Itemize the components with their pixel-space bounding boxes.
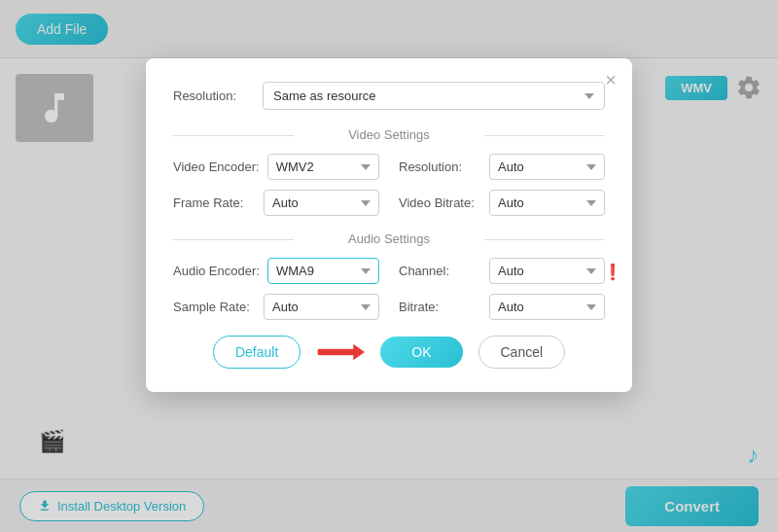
frame-rate-label: Frame Rate: bbox=[173, 195, 256, 210]
bitrate-row: Bitrate: Auto bbox=[399, 294, 605, 320]
arrow-right-icon bbox=[316, 337, 365, 367]
resolution-right-row: Resolution: Auto bbox=[399, 154, 605, 180]
video-bitrate-label: Video Bitrate: bbox=[399, 195, 481, 210]
audio-settings-grid: Audio Encoder: WMA9 WMA8 Channel: Auto M… bbox=[173, 258, 605, 320]
resolution-right-label: Resolution: bbox=[399, 160, 481, 174]
channel-select[interactable]: Auto Mono Stereo bbox=[489, 258, 605, 284]
modal-actions: Default OK Cancel bbox=[173, 336, 605, 369]
ok-button[interactable]: OK bbox=[380, 337, 462, 368]
audio-encoder-select[interactable]: WMA9 WMA8 bbox=[267, 258, 379, 284]
channel-row: Channel: Auto Mono Stereo ❗ bbox=[399, 258, 605, 284]
settings-modal: × Resolution: Same as resource 1920x1080… bbox=[146, 58, 632, 392]
modal-overlay: × Resolution: Same as resource 1920x1080… bbox=[0, 0, 778, 532]
frame-rate-row: Frame Rate: Auto bbox=[173, 190, 379, 216]
cancel-button[interactable]: Cancel bbox=[478, 336, 566, 369]
frame-rate-select[interactable]: Auto bbox=[264, 190, 379, 216]
audio-encoder-row: Audio Encoder: WMA9 WMA8 bbox=[173, 258, 379, 284]
warning-icon: ❗ bbox=[603, 262, 622, 280]
sample-rate-select[interactable]: Auto 44100 48000 bbox=[264, 294, 379, 320]
video-bitrate-row: Video Bitrate: Auto bbox=[399, 190, 605, 216]
channel-label: Channel: bbox=[399, 264, 481, 278]
app-window: Add File WMV MP bbox=[0, 0, 778, 532]
channel-select-wrapper: Auto Mono Stereo ❗ bbox=[489, 258, 605, 284]
video-encoder-label: Video Encoder: bbox=[173, 160, 260, 174]
video-settings-header: Video Settings bbox=[173, 127, 605, 142]
resolution-top-row: Resolution: Same as resource 1920x1080 1… bbox=[173, 82, 605, 110]
modal-close-button[interactable]: × bbox=[605, 70, 617, 89]
video-encoder-row: Video Encoder: WMV2 WMV1 bbox=[173, 154, 379, 180]
video-bitrate-select[interactable]: Auto bbox=[489, 190, 605, 216]
bitrate-label: Bitrate: bbox=[399, 300, 481, 314]
default-button[interactable]: Default bbox=[213, 336, 301, 369]
sample-rate-label: Sample Rate: bbox=[173, 300, 256, 314]
svg-rect-0 bbox=[318, 349, 355, 356]
audio-settings-header: Audio Settings bbox=[173, 231, 605, 246]
resolution-right-select[interactable]: Auto bbox=[489, 154, 605, 180]
sample-rate-row: Sample Rate: Auto 44100 48000 bbox=[173, 294, 379, 320]
bitrate-select[interactable]: Auto bbox=[489, 294, 605, 320]
video-encoder-select[interactable]: WMV2 WMV1 bbox=[267, 154, 379, 180]
resolution-top-select[interactable]: Same as resource 1920x1080 1280x720 bbox=[263, 82, 605, 110]
video-settings-grid: Video Encoder: WMV2 WMV1 Resolution: Aut… bbox=[173, 154, 605, 216]
audio-encoder-label: Audio Encoder: bbox=[173, 264, 260, 278]
resolution-top-label: Resolution: bbox=[173, 89, 251, 103]
svg-marker-1 bbox=[354, 344, 366, 361]
